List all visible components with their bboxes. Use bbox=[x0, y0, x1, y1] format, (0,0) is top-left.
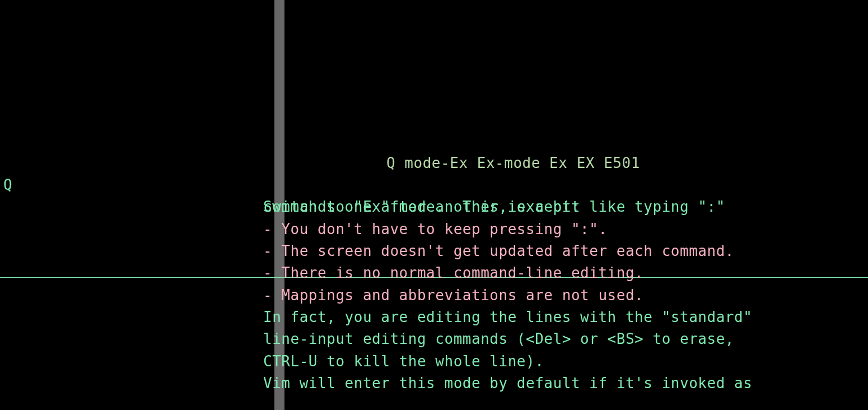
vim-help-buffer[interactable]: Q mode-Ex Ex-mode Ex EX E501 Q Switch to… bbox=[0, 0, 868, 410]
help-content: Q mode-Ex Ex-mode Ex EX E501 Q Switch to… bbox=[0, 110, 868, 410]
